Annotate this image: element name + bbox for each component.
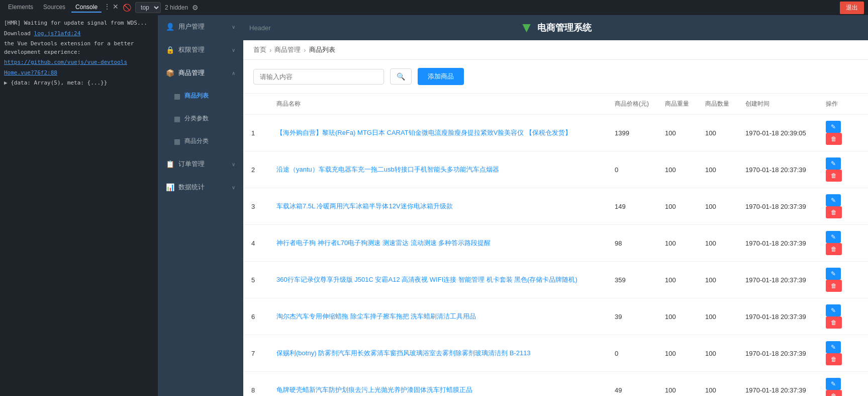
settings-icon[interactable]: ⚙ [192, 4, 199, 12]
logo-icon: ▼ [520, 20, 534, 36]
cell-weight: 100 [657, 335, 697, 372]
cell-qty: 100 [697, 115, 737, 151]
sources-tab[interactable]: Sources [39, 3, 69, 13]
sidebar-item-goods-category[interactable]: ▦ 商品分类 [158, 130, 243, 152]
no-entry-icon[interactable]: 🚫 [123, 4, 131, 12]
edit-button[interactable]: ✎ [826, 157, 841, 170]
chevron-up-icon: ∧ [232, 70, 235, 76]
chevron-down-icon-2: ∨ [232, 47, 235, 53]
table-header-row: 商品名称 商品价格(元) 商品重量 商品数量 创建时间 操作 [243, 94, 868, 115]
content-area: 首页 › 商品管理 › 商品列表 🔍 添加商品 商品名称 [243, 40, 868, 396]
table-row: 3 车载冰箱7.5L 冷暖两用汽车冰箱半导体12V迷你电冰箱升级款 149 10… [243, 188, 868, 225]
dev-panel: [HMR] Waiting for update signal from WDS… [0, 15, 158, 396]
edit-button[interactable]: ✎ [826, 268, 841, 280]
table-row: 6 淘尔杰汽车专用伸缩蜡拖 除尘车掸子擦车拖把 洗车蜡刷清洁工具用品 39 10… [243, 298, 868, 335]
search-button[interactable]: 🔍 [390, 68, 412, 85]
dev-line-6: ▶ {data: Array(5), meta: {...}} [4, 79, 154, 88]
goods-icon: 📦 [166, 69, 174, 77]
edit-button[interactable]: ✎ [826, 121, 841, 133]
dev-line-1: [HMR] Waiting for update signal from WDS… [4, 19, 154, 28]
cell-qty: 100 [697, 298, 737, 335]
edit-button[interactable]: ✎ [826, 231, 841, 243]
grid-icon-2: ▦ [174, 115, 180, 123]
breadcrumb-home[interactable]: 首页 [253, 45, 266, 54]
cell-no: 7 [243, 335, 268, 372]
cell-no: 6 [243, 298, 268, 335]
app-title: 电商管理系统 [537, 22, 592, 34]
log-link[interactable]: log.js?1afd:24 [34, 30, 81, 37]
hmr-text: [HMR] Waiting for update signal from WDS… [4, 20, 147, 26]
grid-icon-3: ▦ [174, 137, 180, 145]
dev-line-3: the Vue Devtools extension for a better … [4, 40, 154, 56]
cell-no: 4 [243, 225, 268, 262]
sidebar-item-goods-params[interactable]: ▦ 分类参数 [158, 107, 243, 130]
toolbar: 🔍 添加商品 [243, 60, 868, 94]
sidebar-item-goods-list[interactable]: ▦ 商品列表 [158, 85, 243, 107]
col-header-weight: 商品重量 [657, 94, 697, 115]
table-row: 8 龟牌硬壳蜡新汽车防护划痕去污上光抛光养护漆固体洗车打蜡膜正品 49 100 … [243, 372, 868, 397]
cell-weight: 100 [657, 188, 697, 225]
delete-button[interactable]: 🗑 [826, 133, 842, 145]
lock-icon: 🔒 [166, 46, 174, 54]
delete-button[interactable]: 🗑 [826, 390, 842, 396]
elements-tab[interactable]: Elements [4, 3, 37, 13]
sidebar-item-user-mgmt[interactable]: 👤 用户管理 ∨ [158, 15, 243, 38]
delete-button[interactable]: 🗑 [826, 353, 842, 365]
cell-time: 1970-01-18 20:37:39 [737, 335, 818, 372]
col-header-price: 商品价格(元) [607, 94, 657, 115]
github-link[interactable]: https://github.com/vuejs/vue-devtools [4, 59, 127, 65]
close-devtools-icon[interactable]: ✕ [113, 3, 119, 13]
app-header: Header ▼ 电商管理系统 [243, 15, 868, 40]
search-input[interactable] [253, 69, 384, 85]
app-container: [HMR] Waiting for update signal from WDS… [0, 15, 868, 396]
col-header-action: 操作 [818, 94, 868, 115]
add-goods-button[interactable]: 添加商品 [418, 68, 464, 85]
edit-button[interactable]: ✎ [826, 194, 841, 206]
data-text: {data: Array(5), meta: {...}} [11, 80, 107, 86]
chevron-down-icon: ∨ [232, 24, 235, 30]
sidebar-item-order-mgmt[interactable]: 📋 订单管理 ∨ [158, 152, 243, 176]
cell-no: 1 [243, 115, 268, 151]
goods-table-container: 商品名称 商品价格(元) 商品重量 商品数量 创建时间 操作 1 【海外购自营】… [243, 94, 868, 396]
exit-button[interactable]: 退出 [840, 2, 864, 14]
cell-price: 359 [607, 262, 657, 298]
sidebar-item-goods-mgmt[interactable]: 📦 商品管理 ∧ [158, 61, 243, 85]
download-text: Download [4, 30, 34, 37]
chevron-down-icon-4: ∨ [232, 185, 235, 190]
order-icon: 📋 [166, 160, 174, 168]
delete-button[interactable]: 🗑 [826, 206, 842, 218]
sidebar-label-user-mgmt: 用户管理 [178, 22, 228, 31]
cell-no: 2 [243, 151, 268, 188]
edit-button[interactable]: ✎ [826, 304, 841, 316]
sidebar-item-data-stats[interactable]: 📊 数据统计 ∨ [158, 176, 243, 199]
cell-name: 神行者电子狗 神行者L70电子狗测速 测速雷达 流动测速 多种答示路段提醒 [268, 225, 607, 262]
devtools-text: the Vue Devtools extension for a better … [4, 40, 134, 55]
col-header-name: 商品名称 [268, 94, 607, 115]
edit-button[interactable]: ✎ [826, 378, 841, 390]
cell-name: 龟牌硬壳蜡新汽车防护划痕去污上光抛光养护漆固体洗车打蜡膜正品 [268, 372, 607, 397]
console-tab[interactable]: Console [71, 3, 102, 13]
cell-time: 1970-01-18 20:37:39 [737, 188, 818, 225]
breadcrumb-goods-mgmt[interactable]: 商品管理 [274, 45, 301, 54]
cell-qty: 100 [697, 335, 737, 372]
delete-button[interactable]: 🗑 [826, 170, 842, 182]
more-tabs-icon[interactable]: ⋮ [104, 3, 111, 13]
home-vue-link[interactable]: Home.vue?76f2:88 [4, 69, 57, 76]
header-left-text: Header [249, 24, 271, 32]
sidebar-item-perm-mgmt[interactable]: 🔒 权限管理 ∨ [158, 38, 243, 61]
cell-price: 49 [607, 372, 657, 397]
sidebar-label-perm-mgmt: 权限管理 [178, 45, 228, 54]
edit-button[interactable]: ✎ [826, 341, 841, 353]
cell-price: 98 [607, 225, 657, 262]
cell-action: ✎ 🗑 [818, 151, 868, 188]
cell-price: 1399 [607, 115, 657, 151]
delete-button[interactable]: 🗑 [826, 316, 842, 329]
delete-button[interactable]: 🗑 [826, 243, 842, 255]
cell-weight: 100 [657, 262, 697, 298]
dev-line-5: Home.vue?76f2:88 [4, 69, 154, 77]
delete-button[interactable]: 🗑 [826, 280, 842, 292]
grid-icon: ▦ [174, 92, 180, 100]
cell-time: 1970-01-18 20:37:39 [737, 151, 818, 188]
context-select[interactable]: top [135, 2, 161, 13]
table-row: 1 【海外购自营】黎珐(ReFa) MTG日本 CARAT铂金微电流瘦脸瘦身提拉… [243, 115, 868, 151]
